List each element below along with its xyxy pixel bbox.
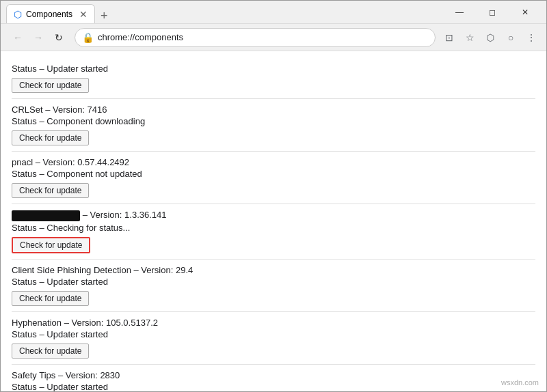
maximize-button[interactable]: ◻ xyxy=(477,1,508,24)
watermark: wsxdn.com xyxy=(501,378,539,387)
component-name-text: Safety Tips – Version: 2830 xyxy=(12,370,535,380)
component-status: Status – Updater started xyxy=(12,329,535,339)
component-status: Status – Updater started xyxy=(12,64,535,74)
new-tab-button[interactable]: + xyxy=(95,9,114,23)
nav-controls: ← → ↻ xyxy=(6,29,70,46)
component-crlset: CRLSet – Version: 7416 Status – Componen… xyxy=(12,99,535,152)
address-bar[interactable]: 🔒 chrome://components xyxy=(75,28,436,47)
cast-button[interactable]: ⊡ xyxy=(440,28,459,47)
component-name-text: Client Side Phishing Detection – Version… xyxy=(12,265,535,275)
component-name-text: Hyphenation – Version: 105.0.5137.2 xyxy=(12,318,535,328)
component-top-partial: Status – Updater started Check for updat… xyxy=(12,57,535,99)
component-status: Status – Checking for status... xyxy=(12,223,535,233)
component-status: Status – Updater started xyxy=(12,382,535,391)
component-name-text: CRLSet – Version: 7416 xyxy=(12,104,535,115)
component-name-text: pnacl – Version: 0.57.44.2492 xyxy=(12,157,535,167)
bookmark-button[interactable]: ☆ xyxy=(460,28,479,47)
redacted-name xyxy=(12,210,80,221)
check-update-button[interactable]: Check for update xyxy=(12,344,89,359)
check-update-button[interactable]: Check for update xyxy=(12,183,89,198)
profile-button[interactable]: ○ xyxy=(501,28,520,47)
component-redacted: – Version: 1.3.36.141 Status – Checking … xyxy=(12,204,535,260)
page-content: Status – Updater started Check for updat… xyxy=(1,51,546,391)
minimize-button[interactable]: ― xyxy=(444,1,475,24)
component-status: Status – Updater started xyxy=(12,277,535,287)
forward-button[interactable]: → xyxy=(29,29,47,46)
addressbar: ← → ↻ 🔒 chrome://components ⊡ ☆ ⬡ ○ ⋮ xyxy=(1,24,546,51)
component-status: Status – Component not updated xyxy=(12,169,535,179)
tab-title: Components xyxy=(26,10,72,19)
menu-button[interactable]: ⋮ xyxy=(522,28,541,47)
tab-area: ⬡ Components ✕ + xyxy=(6,1,444,23)
titlebar: ⬡ Components ✕ + ― ◻ ✕ xyxy=(1,1,546,24)
browser-window: ⬡ Components ✕ + ― ◻ ✕ ← → ↻ 🔒 chrome://… xyxy=(0,0,547,392)
address-text: chrome://components xyxy=(98,32,183,42)
tab-favicon: ⬡ xyxy=(14,9,22,20)
close-button[interactable]: ✕ xyxy=(509,1,541,24)
window-controls: ― ◻ ✕ xyxy=(444,1,541,24)
check-update-button[interactable]: Check for update xyxy=(12,78,89,93)
component-name-text: – Version: 1.3.36.141 xyxy=(12,210,535,221)
component-pnacl: pnacl – Version: 0.57.44.2492 Status – C… xyxy=(12,152,535,204)
component-safety-tips: Safety Tips – Version: 2830 Status – Upd… xyxy=(12,365,535,391)
component-status: Status – Component downloading xyxy=(12,116,535,126)
toolbar-icons: ⊡ ☆ ⬡ ○ ⋮ xyxy=(440,28,541,47)
back-button[interactable]: ← xyxy=(9,29,27,46)
extensions-button[interactable]: ⬡ xyxy=(481,28,500,47)
active-tab[interactable]: ⬡ Components ✕ xyxy=(6,4,95,23)
component-phishing: Client Side Phishing Detection – Version… xyxy=(12,260,535,312)
check-update-button[interactable]: Check for update xyxy=(12,130,89,145)
check-update-button[interactable]: Check for update xyxy=(12,291,89,306)
tab-close-button[interactable]: ✕ xyxy=(79,9,88,20)
check-update-button[interactable]: Check for update xyxy=(12,237,90,253)
refresh-button[interactable]: ↻ xyxy=(50,29,68,46)
security-icon: 🔒 xyxy=(82,32,94,43)
component-hyphenation: Hyphenation – Version: 105.0.5137.2 Stat… xyxy=(12,312,535,365)
